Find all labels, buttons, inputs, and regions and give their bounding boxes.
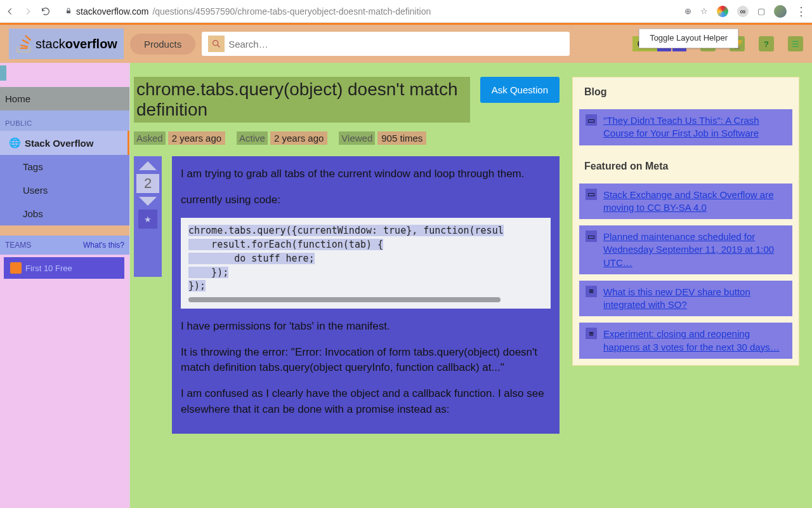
link-text: What is this new DEV share button integr… [603,286,786,312]
search-icon [208,36,225,52]
cast-icon[interactable]: ▢ [757,6,765,16]
post-paragraph: I am trying to grab all tabs of the curr… [181,166,551,182]
svg-rect-0 [67,10,70,13]
vote-column: 2 ★ [134,156,162,277]
speech-icon: ▭ [586,114,597,126]
back-button[interactable] [5,6,15,17]
nav-section-public: PUBLIC [0,110,129,131]
kebab-menu-icon[interactable]: ⋮ [796,4,807,18]
extension-tooltip: Toggle Layout Helper [639,29,738,48]
extension-icon[interactable] [717,6,728,17]
sidebar-card-blog: Blog ▭ "They Didn't Teach Us This": A Cr… [572,77,799,366]
help-icon[interactable]: ? [759,36,774,51]
site-switcher-icon[interactable]: ☰ [788,36,803,51]
globe-icon: 🌐 [9,137,21,149]
site-logo-text: stackoverflow [36,37,117,51]
sidebar-link[interactable]: ≡ What is this new DEV share button inte… [579,281,792,317]
tooltip-text: Toggle Layout Helper [650,33,728,44]
link-text: Stack Exchange and Stack Overflow are mo… [603,189,786,215]
downvote-button[interactable] [139,197,157,206]
sidebar-heading: Blog [573,77,799,107]
speech-icon: ▭ [586,189,597,200]
site-topbar: stackoverflow Products 676 ● 3 ● 13 ✉ 🏆 … [0,25,812,63]
favorite-button[interactable]: ★ [138,210,157,229]
vote-count: 2 [136,174,159,193]
nav-tags[interactable]: Tags [0,155,129,178]
profile-avatar[interactable] [774,5,787,18]
sidebar-link[interactable]: ≡ Experiment: closing and reopening happ… [579,323,792,359]
url-host: stackoverflow.com [76,6,148,17]
horizontal-scrollbar[interactable] [188,297,501,302]
post-paragraph: I am confused as I clearly have the obje… [181,386,551,417]
divider [0,225,129,236]
ask-question-button[interactable]: Ask Question [480,77,560,103]
lock-icon [65,6,72,17]
nav-users[interactable]: Users [0,178,129,202]
nav-jobs[interactable]: Jobs [0,202,129,225]
svg-point-1 [213,41,218,46]
sidebar-link[interactable]: ▭ Stack Exchange and Stack Overflow are … [579,184,792,220]
teams-label: TEAMS [5,241,31,250]
left-sidebar: Home PUBLIC 🌐 Stack Overflow Tags Users … [0,63,130,508]
question-title: chrome.tabs.query(object) doesn't match … [134,77,470,123]
products-menu[interactable]: Products [130,34,195,55]
search-input[interactable] [228,39,563,50]
question-body: I am trying to grab all tabs of the curr… [172,156,560,434]
code-block[interactable]: chrome.tabs.query({currentWindow: true},… [181,218,551,309]
search-box[interactable] [202,32,570,56]
link-text: Experiment: closing and reopening happen… [603,328,786,354]
nav-section-teams: TEAMS What's this? [0,236,129,255]
forward-button[interactable] [23,6,33,17]
browser-toolbar: stackoverflow.com/questions/45957590/chr… [0,0,812,23]
asked-value: 2 years ago [168,131,225,145]
reload-button[interactable] [41,6,51,17]
extension-icon[interactable]: ∞ [737,6,749,17]
extension-icons: ⊕ ☆ ∞ ▢ ⋮ [684,4,807,18]
nav-stack-overflow[interactable]: 🌐 Stack Overflow [0,131,129,155]
code-text: chrome.tabs.query({currentWindow: true},… [188,225,504,291]
main-content: chrome.tabs.query(object) doesn't match … [130,63,812,508]
sidebar-heading: Featured on Meta [573,152,799,181]
right-sidebar: Blog ▭ "They Didn't Teach Us This": A Cr… [560,77,799,508]
nav-home[interactable]: Home [0,87,129,110]
whats-this-link[interactable]: What's this? [83,241,124,250]
site-logo[interactable]: stackoverflow [9,29,124,59]
active-value: 2 years ago [270,131,327,145]
link-text: "They Didn't Teach Us This": A Crash Cou… [603,114,786,140]
speech-icon: ▭ [586,231,597,242]
zoom-icon[interactable]: ⊕ [684,6,691,16]
post-paragraph: It is throwing the error: "Error: Invoca… [181,345,551,376]
stackoverflow-icon [15,35,33,53]
post-paragraph: I have permissions for 'tabs' in the man… [181,319,551,335]
button-label: First 10 Free [25,264,72,273]
sidebar-link[interactable]: ▭ Planned maintenance scheduled for Wedn… [579,225,792,274]
link-text: Planned maintenance scheduled for Wednes… [603,231,786,269]
url-path: /questions/45957590/chrome-tabs-queryobj… [152,6,431,17]
briefcase-icon [10,262,22,274]
viewed-value: 905 times [377,131,426,145]
address-bar[interactable]: stackoverflow.com/questions/45957590/chr… [58,4,677,19]
sidebar-link[interactable]: ▭ "They Didn't Teach Us This": A Crash C… [579,109,792,145]
teams-first-10-button[interactable]: First 10 Free [4,257,124,279]
meta-icon: ≡ [586,328,597,339]
viewed-label: Viewed [339,131,375,145]
question-stats: Asked2 years ago Active2 years ago Viewe… [134,131,560,145]
active-label: Active [237,131,268,145]
asked-label: Asked [134,131,166,145]
page-body: Home PUBLIC 🌐 Stack Overflow Tags Users … [0,63,812,508]
bookmark-star-icon[interactable]: ☆ [700,6,708,16]
post-paragraph: currently using code: [181,192,551,208]
upvote-button[interactable] [139,161,157,170]
meta-icon: ≡ [586,286,597,297]
overlay-marker [0,65,6,81]
nav-label: Stack Overflow [25,138,93,149]
